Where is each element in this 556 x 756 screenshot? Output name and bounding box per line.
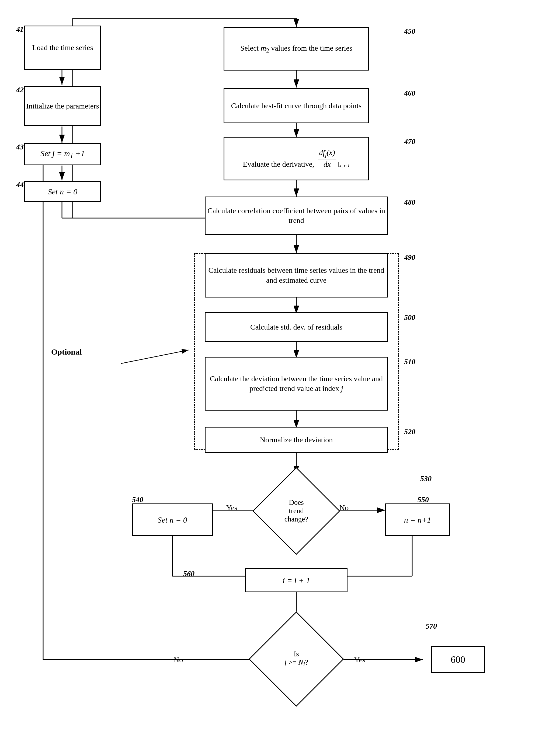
box-600: 600: [431, 646, 485, 673]
box-480: Calculate correlation coefficient betwee…: [205, 196, 388, 235]
svg-line-30: [121, 350, 188, 364]
box-550-text: n = n+1: [404, 515, 431, 525]
box-540-text: Set n = 0: [158, 515, 187, 525]
box-420-text: Initialize the parameters: [26, 101, 99, 111]
label-460: 460: [404, 89, 415, 98]
label-510: 510: [404, 357, 415, 366]
no-label-570: No: [174, 655, 183, 664]
box-510-text: Calculate the deviation between the time…: [206, 374, 387, 393]
label-560: 560: [183, 569, 195, 578]
box-540: Set n = 0: [132, 503, 213, 536]
diamond-570: Isj >= Ni?: [242, 621, 350, 697]
box-450: Select m2 values from the time series: [223, 27, 369, 71]
box-490: Calculate residuals between time series …: [205, 253, 388, 298]
box-550: n = n+1: [385, 503, 450, 536]
box-460: Calculate best-fit curve through data po…: [223, 88, 369, 123]
label-540: 540: [132, 495, 143, 504]
label-450: 450: [404, 27, 415, 36]
yes-label-570: Yes: [354, 655, 365, 664]
label-480: 480: [404, 198, 415, 206]
box-520: Normalize the deviation: [205, 427, 388, 453]
box-560: i = i + 1: [245, 568, 347, 592]
box-600-text: 600: [451, 653, 465, 666]
box-510: Calculate the deviation between the time…: [205, 357, 388, 411]
box-480-text: Calculate correlation coefficient betwee…: [206, 206, 387, 226]
label-490: 490: [404, 253, 415, 262]
label-550: 550: [418, 495, 429, 504]
diamond-530: Doestrendchange?: [242, 474, 350, 548]
box-420: Initialize the parameters: [24, 86, 101, 126]
label-500: 500: [404, 313, 415, 322]
box-460-text: Calculate best-fit curve through data po…: [231, 101, 361, 111]
box-500: Calculate std. dev. of residuals: [205, 312, 388, 342]
box-490-text: Calculate residuals between time series …: [206, 265, 387, 285]
label-470: 470: [404, 137, 415, 146]
label-520: 520: [404, 427, 415, 436]
box-430-text: Set j = m1 +1: [40, 148, 85, 160]
box-410: Load the time series: [24, 26, 101, 70]
box-410-text: Load the time series: [32, 43, 93, 52]
box-500-text: Calculate std. dev. of residuals: [250, 322, 342, 332]
label-570: 570: [426, 622, 437, 631]
box-440-text: Set n = 0: [48, 186, 77, 197]
diamond-570-text: Isj >= Ni?: [284, 650, 308, 668]
yes-label-530: Yes: [226, 503, 237, 512]
box-440: Set n = 0: [24, 181, 101, 202]
box-560-text: i = i + 1: [283, 575, 310, 585]
box-430: Set j = m1 +1: [24, 143, 101, 165]
box-520-text: Normalize the deviation: [260, 435, 333, 445]
box-470-text: Evaluate the derivative, dfj(x) dx |x, r…: [243, 148, 350, 169]
box-470: Evaluate the derivative, dfj(x) dx |x, r…: [223, 137, 369, 180]
box-450-text: Select m2 values from the time series: [240, 43, 352, 54]
diamond-530-text: Doestrendchange?: [284, 498, 308, 523]
optional-label: Optional: [51, 347, 82, 356]
label-530: 530: [420, 475, 431, 483]
